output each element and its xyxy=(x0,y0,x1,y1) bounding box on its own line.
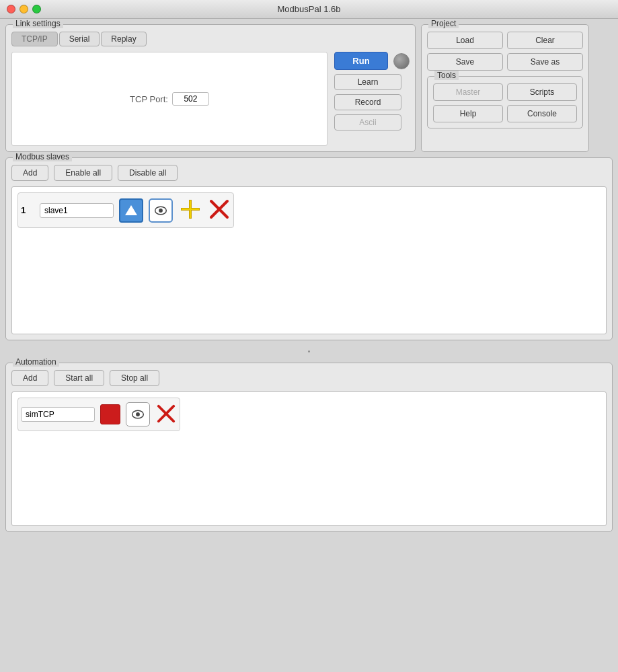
svg-point-10 xyxy=(136,412,140,416)
slave-view-button[interactable] xyxy=(149,198,173,223)
project-panel: Project Load Clear Save Save as Tools Ma… xyxy=(421,24,589,152)
tcp-port-input[interactable] xyxy=(172,92,209,106)
tools-grid: Master Scripts Help Console xyxy=(433,83,577,122)
title-bar: ModbusPal 1.6b xyxy=(0,0,618,19)
slaves-toolbar: Add Enable all Disable all xyxy=(11,165,607,181)
modbus-slaves-panel: Modbus slaves Add Enable all Disable all… xyxy=(5,157,613,340)
svg-rect-6 xyxy=(182,209,199,210)
automation-toolbar: Add Start all Stop all xyxy=(11,370,607,386)
slaves-list: 1 xyxy=(11,186,607,334)
help-button[interactable]: Help xyxy=(433,105,503,122)
delete-icon xyxy=(157,404,176,423)
auto-stop-button[interactable] xyxy=(100,404,120,424)
slaves-add-button[interactable]: Add xyxy=(11,165,48,181)
eye-icon xyxy=(131,410,145,419)
tab-serial[interactable]: Serial xyxy=(59,32,100,46)
slave-number: 1 xyxy=(21,205,34,215)
clear-button[interactable]: Clear xyxy=(507,32,583,49)
start-all-button[interactable]: Start all xyxy=(54,370,104,386)
svg-marker-0 xyxy=(125,205,137,215)
maximize-button[interactable] xyxy=(32,5,41,13)
tools-label: Tools xyxy=(434,71,459,80)
save-button[interactable]: Save xyxy=(427,53,503,71)
eye-icon xyxy=(154,206,167,215)
auto-delete-button[interactable] xyxy=(155,403,177,426)
automation-panel: Automation Add Start all Stop all xyxy=(5,363,613,532)
project-grid: Load Clear Save Save as xyxy=(427,32,583,71)
slave-delete-button[interactable] xyxy=(208,198,231,223)
slave-open-button[interactable] xyxy=(119,198,143,223)
ascii-button[interactable]: Ascii xyxy=(334,114,401,130)
slave-add-button[interactable] xyxy=(178,197,202,223)
run-row: Run xyxy=(334,52,410,70)
master-button[interactable]: Master xyxy=(433,83,503,101)
scripts-button[interactable]: Scripts xyxy=(507,83,577,101)
learn-button[interactable]: Learn xyxy=(334,74,401,90)
tcp-port-label: TCP Port: xyxy=(130,94,168,104)
top-row: Link settings TCP/IP Serial Replay TCP P… xyxy=(5,24,613,152)
right-panel: Project Load Clear Save Save as Tools Ma… xyxy=(421,24,589,152)
disable-all-button[interactable]: Disable all xyxy=(118,165,178,181)
record-button[interactable]: Record xyxy=(334,94,401,110)
stop-all-button[interactable]: Stop all xyxy=(110,370,159,386)
slave-name-input[interactable] xyxy=(40,203,114,218)
app-title: ModbusPal 1.6b xyxy=(278,4,341,14)
slaves-label: Modbus slaves xyxy=(13,152,72,161)
scroll-indicator xyxy=(5,346,613,357)
add-icon xyxy=(180,198,201,220)
enable-all-button[interactable]: Enable all xyxy=(54,165,112,181)
automation-list xyxy=(11,391,607,526)
close-button[interactable] xyxy=(7,5,15,13)
tools-panel: Tools Master Scripts Help Console xyxy=(427,76,583,128)
auto-view-button[interactable] xyxy=(126,402,150,426)
tcp-ip-panel: TCP Port: xyxy=(11,52,327,146)
auto-name-input[interactable] xyxy=(21,407,95,422)
table-row: 1 xyxy=(17,192,234,228)
link-main: TCP Port: Run Learn Record Ascii xyxy=(11,52,410,146)
project-label: Project xyxy=(428,19,459,28)
list-item xyxy=(17,398,180,431)
run-button[interactable]: Run xyxy=(334,52,388,70)
delete-icon xyxy=(209,199,229,219)
tab-replay[interactable]: Replay xyxy=(101,32,146,46)
link-controls: Run Learn Record Ascii xyxy=(334,52,410,146)
link-tabs: TCP/IP Serial Replay xyxy=(11,32,410,46)
main-content: Link settings TCP/IP Serial Replay TCP P… xyxy=(0,19,618,537)
link-settings-label: Link settings xyxy=(13,19,63,28)
auto-add-button[interactable]: Add xyxy=(11,370,48,386)
window-controls xyxy=(7,5,41,13)
tab-tcpip[interactable]: TCP/IP xyxy=(11,32,58,46)
link-settings-panel: Link settings TCP/IP Serial Replay TCP P… xyxy=(5,24,416,152)
status-indicator xyxy=(393,53,410,69)
load-button[interactable]: Load xyxy=(427,32,503,49)
console-button[interactable]: Console xyxy=(507,105,577,122)
svg-point-2 xyxy=(159,209,163,213)
automation-label: Automation xyxy=(13,357,59,367)
minimize-button[interactable] xyxy=(20,5,28,13)
save-as-button[interactable]: Save as xyxy=(507,53,583,71)
tcp-port-row: TCP Port: xyxy=(130,92,209,106)
up-arrow-icon xyxy=(124,203,139,218)
